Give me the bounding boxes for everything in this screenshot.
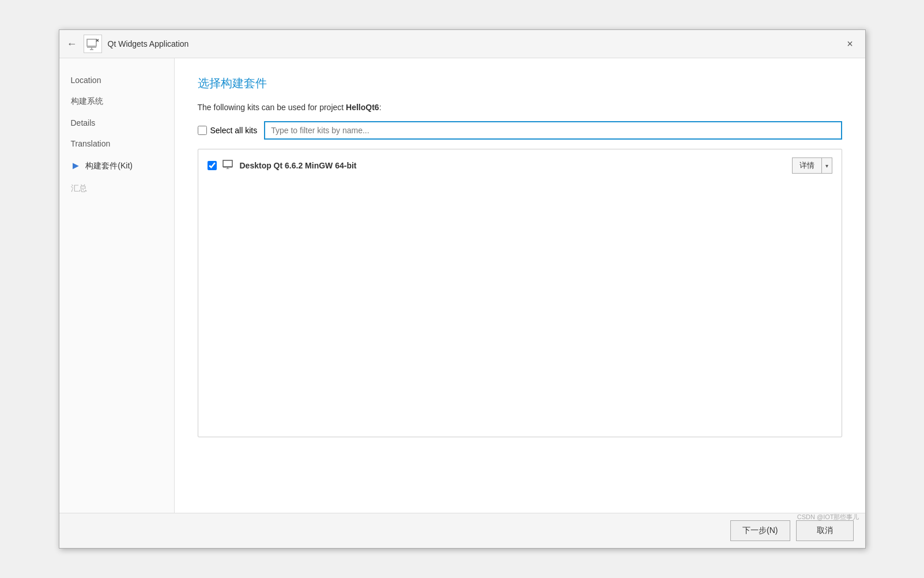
active-arrow-icon: ► xyxy=(71,160,81,172)
title-bar: ← Qt Widgets Application × xyxy=(59,30,865,58)
sidebar-item-label-location: Location xyxy=(71,76,101,85)
table-row: Desktop Qt 6.6.2 MinGW 64-bit 详情 ▾ xyxy=(198,149,842,182)
main-content-area: 选择构建套件 The following kits can be used fo… xyxy=(175,58,865,513)
kit-checkbox[interactable] xyxy=(208,161,217,170)
kit-detail-label: 详情 xyxy=(793,158,822,173)
sidebar: Location 构建系统 Details Translation ► 构建套件… xyxy=(59,58,175,513)
watermark: CSDN @IOT那些事儿 xyxy=(797,513,859,521)
select-all-label[interactable]: Select all kits xyxy=(198,126,258,135)
filter-input[interactable] xyxy=(264,121,842,140)
sidebar-item-label-build-system: 构建系统 xyxy=(71,96,103,107)
kit-detail-button[interactable]: 详情 ▾ xyxy=(792,157,832,174)
title-left: ← Qt Widgets Application xyxy=(66,35,189,53)
sidebar-item-build-system[interactable]: 构建系统 xyxy=(59,91,174,112)
svg-rect-0 xyxy=(87,39,96,46)
main-dialog: ← Qt Widgets Application × Locati xyxy=(59,29,866,549)
sidebar-item-kit[interactable]: ► 构建套件(Kit) xyxy=(59,154,174,178)
section-title: 选择构建套件 xyxy=(198,76,842,91)
next-button[interactable]: 下一步(N) xyxy=(730,520,790,541)
description-suffix: : xyxy=(379,103,382,112)
close-button[interactable]: × xyxy=(842,36,858,52)
kit-detail-dropdown-icon: ▾ xyxy=(822,158,832,173)
dialog-title: Qt Widgets Application xyxy=(108,39,189,48)
sidebar-item-label-summary: 汇总 xyxy=(71,183,87,194)
kit-name: Desktop Qt 6.6.2 MinGW 64-bit xyxy=(240,161,357,170)
description-prefix: The following kits can be used for proje… xyxy=(198,103,346,112)
kits-list: Desktop Qt 6.6.2 MinGW 64-bit 详情 ▾ xyxy=(198,149,842,437)
cancel-button[interactable]: 取消 xyxy=(796,520,854,541)
footer: 下一步(N) 取消 xyxy=(59,513,865,548)
sidebar-item-label-translation: Translation xyxy=(71,139,111,148)
back-button[interactable]: ← xyxy=(66,38,78,50)
sidebar-item-translation[interactable]: Translation xyxy=(59,133,174,154)
sidebar-item-label-kit: 构建套件(Kit) xyxy=(85,161,133,171)
sidebar-item-location[interactable]: Location xyxy=(59,70,174,91)
app-icon xyxy=(84,35,102,53)
select-all-text: Select all kits xyxy=(210,126,258,135)
sidebar-item-label-details: Details xyxy=(71,118,96,127)
description-text: The following kits can be used for proje… xyxy=(198,103,842,112)
project-name: HelloQt6 xyxy=(346,103,379,112)
content-area: Location 构建系统 Details Translation ► 构建套件… xyxy=(59,58,865,513)
kit-left: Desktop Qt 6.6.2 MinGW 64-bit xyxy=(208,160,357,171)
sidebar-item-details[interactable]: Details xyxy=(59,112,174,133)
monitor-icon xyxy=(222,160,234,171)
sidebar-item-summary[interactable]: 汇总 xyxy=(59,178,174,200)
svg-rect-3 xyxy=(223,160,232,167)
app-icon-svg xyxy=(86,37,100,51)
select-all-checkbox[interactable] xyxy=(198,126,207,135)
filter-row: Select all kits xyxy=(198,121,842,140)
